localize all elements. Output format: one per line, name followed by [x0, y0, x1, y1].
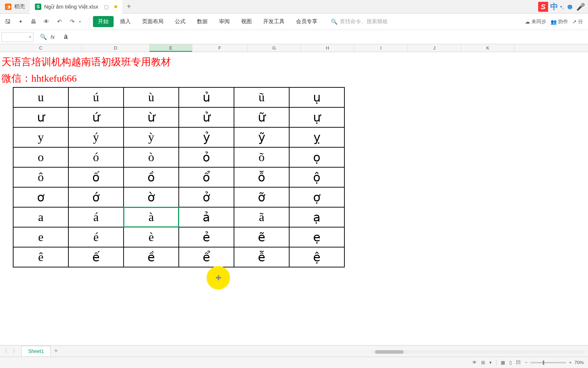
ime-lang[interactable]: 中 — [550, 1, 558, 12]
sheet-nav-prev[interactable]: 〈 — [0, 348, 10, 354]
ribbon-tab-review[interactable]: 审阅 — [214, 16, 235, 27]
cell[interactable]: ỹ — [234, 127, 289, 147]
cell[interactable]: ờ — [124, 187, 179, 207]
cell[interactable]: ọ — [289, 147, 344, 167]
zoom-value[interactable]: 70% — [574, 360, 584, 365]
formula-input[interactable]: à — [61, 33, 588, 41]
cell[interactable]: ủ — [179, 87, 234, 107]
cell[interactable]: ớ — [68, 187, 124, 207]
cell[interactable]: ỗ — [234, 167, 289, 187]
ime-face-icon[interactable]: ☻ — [566, 2, 574, 11]
view-normal-icon[interactable]: ▦ — [501, 360, 505, 365]
cell[interactable]: ò — [124, 147, 179, 167]
ribbon-tab-devtools[interactable]: 开发工具 — [258, 16, 290, 27]
cell[interactable]: ý — [68, 127, 124, 147]
cell[interactable]: ồ — [124, 167, 179, 187]
save-button[interactable]: 🖫 — [2, 16, 14, 27]
command-search[interactable]: 🔍 查找命令、搜索模板 — [331, 18, 524, 25]
tab-window-icon[interactable]: ▢ — [104, 4, 109, 10]
tab-docer[interactable]: ◑ 稻壳 — [0, 0, 30, 14]
cell[interactable]: ể — [179, 247, 234, 267]
undo-button[interactable]: ↶ — [53, 16, 65, 27]
cell[interactable]: ỡ — [234, 187, 289, 207]
share-button[interactable]: ↗ 分 — [572, 19, 583, 25]
quick-access-dropdown[interactable]: ▾ — [79, 20, 85, 24]
cell[interactable]: ữ — [234, 107, 289, 127]
cell[interactable]: õ — [234, 147, 289, 167]
horizontal-scrollbar[interactable] — [371, 350, 585, 355]
cell[interactable]: y — [13, 127, 68, 147]
new-tab-button[interactable]: + — [122, 2, 136, 11]
cell[interactable]: ự — [289, 107, 344, 127]
ribbon-tab-member[interactable]: 会员专享 — [291, 16, 322, 27]
ribbon-tab-formula[interactable]: 公式 — [170, 16, 191, 27]
cell[interactable]: ợ — [289, 187, 344, 207]
column-header[interactable]: K — [461, 44, 515, 52]
cell[interactable]: é — [68, 227, 124, 247]
view-page-icon[interactable]: ▯ — [509, 360, 512, 365]
print-button[interactable]: 🖶 — [28, 16, 39, 27]
cell[interactable]: ô — [13, 167, 68, 187]
cell[interactable]: ệ — [289, 247, 344, 267]
column-header[interactable]: J — [408, 44, 461, 52]
cell[interactable]: ỏ — [179, 147, 234, 167]
cell[interactable]: ú — [68, 87, 124, 107]
cell[interactable]: ễ — [234, 247, 289, 267]
cell[interactable]: ơ — [13, 187, 68, 207]
cell[interactable]: ẹ — [289, 227, 344, 247]
cell[interactable]: a — [13, 207, 68, 227]
ribbon-tab-insert[interactable]: 插入 — [115, 16, 136, 27]
column-header[interactable]: D — [82, 44, 150, 52]
cell[interactable]: ố — [68, 167, 124, 187]
cell[interactable]: ả — [179, 207, 234, 227]
cell[interactable]: ư — [13, 107, 68, 127]
cell[interactable]: ã — [234, 207, 289, 227]
cell[interactable]: ũ — [234, 87, 289, 107]
cell[interactable]: ổ — [179, 167, 234, 187]
cell[interactable]: u — [13, 87, 68, 107]
cell[interactable]: ó — [68, 147, 124, 167]
ime-punct-icon[interactable]: •, — [560, 4, 564, 10]
cell[interactable]: ừ — [124, 107, 179, 127]
cell[interactable]: ù — [124, 87, 179, 107]
cell[interactable]: ạ — [289, 207, 344, 227]
fx-icon[interactable]: fx — [51, 34, 55, 40]
ribbon-tab-start[interactable]: 开始 — [93, 16, 114, 27]
zoom-out-button[interactable]: − — [525, 360, 528, 365]
cell[interactable]: e — [13, 227, 68, 247]
column-header[interactable]: H — [301, 44, 354, 52]
cell[interactable]: ụ — [289, 87, 344, 107]
redo-button[interactable]: ↷ — [66, 16, 78, 27]
cancel-icon[interactable]: 🔍 — [40, 34, 47, 40]
ime-mic-icon[interactable]: 🎤 — [576, 2, 585, 11]
column-header[interactable]: G — [248, 44, 301, 52]
collab-button[interactable]: 👥 协作 — [551, 19, 568, 25]
ribbon-tab-view[interactable]: 视图 — [236, 16, 257, 27]
cell[interactable]: ẻ — [179, 227, 234, 247]
cell[interactable]: è — [124, 227, 179, 247]
print-preview-button[interactable]: 👁 — [41, 16, 52, 27]
tab-spreadsheet[interactable]: S Ngữ âm tiếng Việt.xlsx ▢ — [30, 0, 122, 14]
save-as-button[interactable]: ꔷ — [15, 16, 26, 27]
add-sheet-button[interactable]: + — [51, 347, 61, 355]
grid-icon[interactable]: ⊞ — [481, 360, 485, 365]
cell[interactable]: ộ — [289, 167, 344, 187]
sheet-tab[interactable]: Sheet1 — [21, 346, 51, 356]
ribbon-tab-data[interactable]: 数据 — [192, 16, 213, 27]
cell[interactable]: ở — [179, 187, 234, 207]
zoom-slider[interactable] — [530, 362, 566, 363]
spreadsheet-grid[interactable]: CDEFGHIJK 天语言培训机构越南语初级班专用教材 微信：hhtkefu66… — [0, 44, 588, 315]
cell[interactable]: á — [68, 207, 124, 227]
cell[interactable]: o — [13, 147, 68, 167]
column-header[interactable]: E — [150, 44, 192, 52]
view-break-icon[interactable]: 凹 — [516, 359, 521, 366]
sync-status[interactable]: ☁ 未同步 — [525, 19, 546, 25]
cell[interactable]: ỷ — [179, 127, 234, 147]
cell[interactable]: ử — [179, 107, 234, 127]
cell[interactable]: ê — [13, 247, 68, 267]
cell[interactable]: ẽ — [234, 227, 289, 247]
eye-icon[interactable]: 👁 — [472, 360, 477, 365]
cell[interactable]: ề — [124, 247, 179, 267]
ribbon-tab-layout[interactable]: 页面布局 — [137, 16, 168, 27]
cell[interactable]: ế — [68, 247, 124, 267]
